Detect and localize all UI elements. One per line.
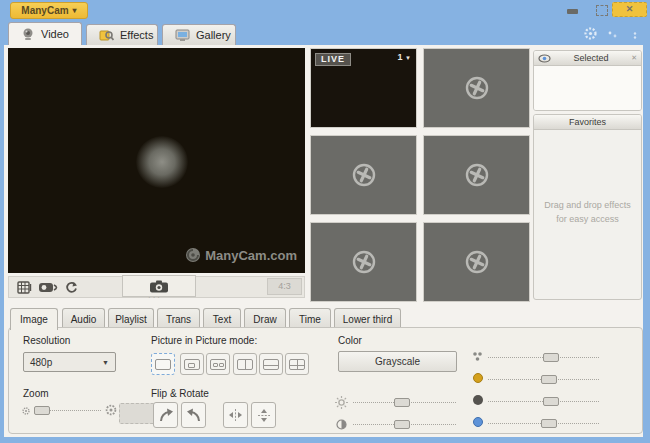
- zoom-slider[interactable]: [35, 406, 101, 415]
- rotate-left-icon: [186, 407, 202, 423]
- video-thumbnail[interactable]: [423, 222, 530, 302]
- app-menu-button[interactable]: ManyCam ▾: [10, 2, 88, 19]
- tab-lower-third[interactable]: Lower third: [334, 308, 401, 329]
- selected-header[interactable]: Selected ✕: [534, 51, 641, 66]
- tab-effects[interactable]: Effects: [86, 24, 158, 45]
- video-thumbnail[interactable]: [423, 135, 530, 215]
- selected-effects-list: [534, 66, 641, 111]
- pip-split-vertical-icon: [237, 359, 253, 370]
- aperture-icon: [351, 162, 377, 188]
- titlebar: ManyCam ▾ ✕ Video Effects Gallery: [0, 0, 650, 45]
- watermark-text: ManyCam.com: [205, 248, 297, 263]
- zoom-label: Zoom: [23, 388, 49, 399]
- pip-mode-label: Picture in Picture mode:: [151, 335, 257, 346]
- tab-text[interactable]: Text: [203, 308, 241, 329]
- video-thumbnail[interactable]: [310, 135, 417, 215]
- pip-mode-single[interactable]: [151, 353, 175, 375]
- sources-grid-icon[interactable]: [17, 281, 32, 294]
- contrast-icon: [336, 419, 347, 430]
- gear-icon[interactable]: [583, 26, 598, 41]
- color-label: Color: [338, 335, 362, 346]
- pip-mode-double-inset[interactable]: [206, 353, 230, 375]
- favorites-header[interactable]: Favorites: [534, 115, 641, 130]
- hue-slider[interactable]: [488, 375, 599, 384]
- tab-gallery[interactable]: Gallery: [162, 24, 236, 45]
- pip-mode-inset[interactable]: [180, 353, 204, 375]
- pip-single-icon: [155, 359, 171, 370]
- favorites-hint-line2: for easy access: [534, 212, 641, 226]
- gallery-icon: [175, 29, 190, 42]
- favorites-hint: Drag and drop effects for easy access: [534, 198, 641, 227]
- pip-inset-icon: [184, 359, 200, 370]
- video-thumbnail-live[interactable]: LIVE 1 ▼: [310, 48, 417, 128]
- live-source-number: 1: [398, 52, 403, 62]
- live-badge: LIVE: [315, 53, 351, 66]
- video-thumbnail[interactable]: [310, 222, 417, 302]
- caret-down-icon: ▼: [102, 359, 109, 366]
- contrast-slider[interactable]: [353, 420, 456, 429]
- clear-selected-icon[interactable]: ✕: [631, 54, 637, 62]
- video-preview[interactable]: ManyCam.com: [8, 48, 305, 273]
- saturation-icon: [472, 351, 483, 362]
- app-menu-label: ManyCam: [21, 5, 68, 16]
- blue-level-slider[interactable]: [488, 419, 599, 428]
- rotate-right-button[interactable]: [153, 402, 178, 428]
- blue-level-icon: [473, 417, 483, 427]
- more-icon[interactable]: [632, 32, 638, 39]
- minimize-button[interactable]: [567, 9, 578, 14]
- resolution-select[interactable]: 480p ▼: [23, 352, 116, 372]
- live-source-selector[interactable]: 1 ▼: [398, 52, 411, 62]
- zoom-reset-button[interactable]: [119, 403, 155, 424]
- aperture-icon: [464, 75, 490, 101]
- brightness-icon: [335, 396, 348, 409]
- tab-playlist[interactable]: Playlist: [108, 308, 154, 329]
- black-level-icon: [473, 395, 483, 405]
- tab-gallery-label: Gallery: [196, 29, 231, 41]
- resolution-label: Resolution: [23, 335, 70, 346]
- rotate-right-icon: [158, 407, 174, 423]
- camera-icon: [149, 280, 169, 293]
- rotate-left-button[interactable]: [181, 402, 206, 428]
- refresh-icon[interactable]: [65, 281, 78, 294]
- pip-mode-split-vertical[interactable]: [233, 353, 257, 375]
- image-settings-panel: Resolution 480p ▼ Picture in Picture mod…: [8, 327, 643, 434]
- help-icon[interactable]: [608, 31, 618, 39]
- flip-vertical-button[interactable]: [251, 402, 276, 428]
- resolution-value: 480p: [30, 357, 52, 368]
- toolbar-grip[interactable]: ···: [148, 293, 162, 302]
- selected-title: Selected: [551, 53, 631, 63]
- pip-quad-icon: [289, 359, 305, 370]
- pip-mode-split-horizontal[interactable]: [259, 353, 283, 375]
- tab-image[interactable]: Image: [10, 308, 58, 330]
- black-level-slider[interactable]: [488, 397, 599, 406]
- tab-video[interactable]: Video: [8, 22, 82, 45]
- main-content: ManyCam.com ··· 4:3 LIVE 1 ▼: [4, 45, 643, 437]
- flip-horizontal-button[interactable]: [223, 402, 248, 428]
- aperture-icon: [351, 249, 377, 275]
- tab-video-label: Video: [41, 28, 69, 40]
- video-thumbnail[interactable]: [423, 48, 530, 128]
- flip-horizontal-icon: [227, 408, 244, 422]
- watermark: ManyCam.com: [185, 247, 297, 263]
- play-to-webcam-icon[interactable]: [38, 282, 60, 293]
- maximize-button[interactable]: [596, 5, 608, 16]
- saturation-slider[interactable]: [488, 353, 599, 362]
- flip-vertical-icon: [257, 407, 271, 424]
- aspect-ratio-button[interactable]: 4:3: [267, 278, 302, 295]
- zoom-in-icon[interactable]: [105, 404, 117, 416]
- webcam-icon: [21, 28, 35, 41]
- caret-down-icon: ▼: [405, 55, 411, 61]
- pip-split-horizontal-icon: [263, 359, 279, 370]
- close-button[interactable]: ✕: [612, 2, 647, 17]
- brightness-slider[interactable]: [353, 398, 456, 407]
- grayscale-button[interactable]: Grayscale: [338, 351, 457, 372]
- pip-double-inset-icon: [210, 359, 226, 370]
- tab-trans[interactable]: Trans: [157, 308, 200, 329]
- tab-draw[interactable]: Draw: [244, 308, 286, 329]
- eye-icon[interactable]: [538, 54, 551, 63]
- zoom-out-icon[interactable]: [21, 406, 31, 416]
- tab-audio[interactable]: Audio: [62, 308, 105, 329]
- tab-time[interactable]: Time: [289, 308, 331, 329]
- aperture-icon: [464, 162, 490, 188]
- pip-mode-quad[interactable]: [285, 353, 309, 375]
